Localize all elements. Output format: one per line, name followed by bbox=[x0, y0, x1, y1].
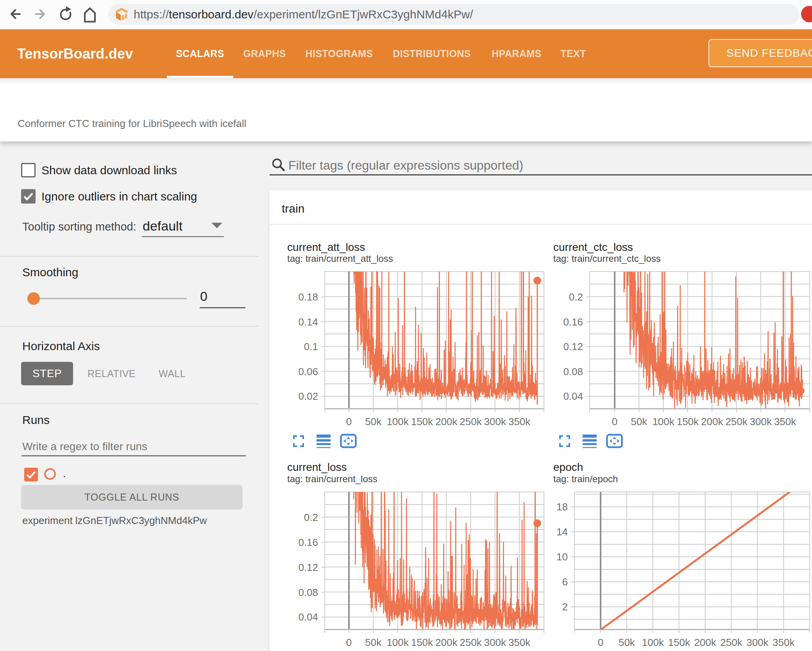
svg-text:0: 0 bbox=[346, 637, 352, 648]
svg-text:0.02: 0.02 bbox=[298, 390, 318, 402]
svg-text:0.06: 0.06 bbox=[298, 366, 318, 377]
svg-text:50k: 50k bbox=[365, 416, 382, 427]
svg-text:0.1: 0.1 bbox=[304, 341, 318, 352]
svg-text:300k: 300k bbox=[484, 637, 506, 648]
svg-text:150k: 150k bbox=[677, 416, 699, 427]
svg-text:0.08: 0.08 bbox=[298, 587, 318, 598]
svg-text:150k: 150k bbox=[411, 416, 433, 427]
svg-text:350k: 350k bbox=[508, 416, 531, 427]
svg-text:0.12: 0.12 bbox=[298, 562, 318, 573]
svg-text:0.04: 0.04 bbox=[563, 390, 583, 402]
svg-text:200k: 200k bbox=[435, 637, 458, 648]
svg-text:250k: 250k bbox=[460, 416, 482, 427]
svg-text:200k: 200k bbox=[435, 416, 458, 427]
svg-text:200k: 200k bbox=[694, 637, 716, 648]
svg-text:300k: 300k bbox=[750, 416, 772, 427]
svg-text:0.16: 0.16 bbox=[298, 537, 318, 548]
svg-text:6: 6 bbox=[562, 576, 568, 588]
svg-text:50k: 50k bbox=[365, 637, 382, 648]
svg-text:0.2: 0.2 bbox=[569, 291, 583, 303]
svg-text:0.04: 0.04 bbox=[298, 611, 318, 623]
svg-text:250k: 250k bbox=[460, 637, 482, 648]
svg-text:10: 10 bbox=[556, 551, 568, 563]
svg-text:300k: 300k bbox=[746, 637, 769, 648]
svg-text:0.2: 0.2 bbox=[304, 512, 318, 523]
svg-text:200k: 200k bbox=[701, 416, 723, 427]
svg-text:100k: 100k bbox=[642, 637, 664, 648]
svg-text:250k: 250k bbox=[720, 637, 742, 648]
svg-text:250k: 250k bbox=[725, 416, 748, 427]
svg-text:0: 0 bbox=[346, 416, 352, 427]
svg-text:0: 0 bbox=[598, 637, 603, 648]
svg-text:100k: 100k bbox=[386, 637, 409, 648]
svg-text:0.08: 0.08 bbox=[563, 366, 583, 377]
svg-text:300k: 300k bbox=[484, 416, 506, 427]
svg-text:350k: 350k bbox=[508, 637, 531, 648]
svg-text:0.16: 0.16 bbox=[563, 316, 583, 328]
svg-text:2: 2 bbox=[562, 601, 568, 613]
svg-text:100k: 100k bbox=[652, 416, 674, 427]
svg-text:150k: 150k bbox=[411, 637, 433, 648]
svg-text:0.12: 0.12 bbox=[563, 341, 583, 352]
svg-text:0.14: 0.14 bbox=[298, 316, 318, 328]
svg-text:0: 0 bbox=[612, 416, 617, 427]
svg-text:350k: 350k bbox=[774, 416, 796, 427]
svg-text:50k: 50k bbox=[619, 637, 635, 648]
svg-text:0.18: 0.18 bbox=[298, 291, 318, 303]
svg-text:100k: 100k bbox=[386, 416, 409, 427]
svg-text:50k: 50k bbox=[631, 416, 647, 427]
svg-text:18: 18 bbox=[556, 501, 568, 513]
svg-text:350k: 350k bbox=[773, 637, 795, 648]
svg-text:14: 14 bbox=[556, 526, 568, 538]
svg-text:150k: 150k bbox=[668, 637, 690, 648]
